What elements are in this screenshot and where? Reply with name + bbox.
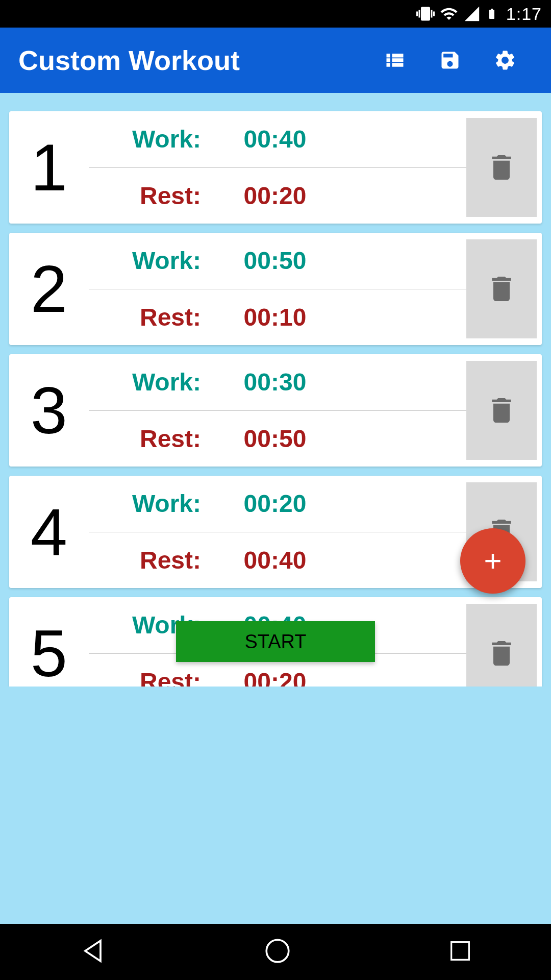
delete-button[interactable] [466,118,537,217]
rest-value[interactable]: 00:50 [216,425,334,453]
interval-number: 2 [9,233,89,345]
interval-number: 5 [9,597,89,687]
add-interval-button[interactable]: + [460,528,525,594]
delete-button[interactable] [466,239,537,338]
start-label: START [244,631,306,653]
recent-button[interactable] [447,938,473,966]
start-button[interactable]: START [176,621,375,662]
recent-icon [447,938,473,964]
status-clock: 1:17 [506,4,542,24]
vibrate-icon [416,5,435,23]
list-icon [384,49,406,71]
filler [0,687,551,924]
battery-icon [486,5,498,23]
interval-times: Work: 00:20 Rest: 00:40 [89,476,466,588]
rest-label: Rest: [89,182,201,210]
interval-times: Work: 00:50 Rest: 00:10 [89,233,466,345]
interval-number: 1 [9,111,89,224]
trash-icon [485,273,518,305]
back-icon [78,936,108,966]
plus-icon: + [484,546,502,576]
home-icon [263,936,292,966]
rest-value[interactable]: 00:20 [216,668,334,687]
rest-label: Rest: [89,668,201,687]
svg-rect-1 [452,942,469,960]
interval-list: 1 Work: 00:40 Rest: 00:20 2 Work: 00:50 [0,93,551,687]
work-value[interactable]: 00:20 [216,489,334,518]
signal-icon [463,5,481,22]
list-button[interactable] [367,33,422,88]
interval-number: 3 [9,354,89,467]
delete-button[interactable] [466,361,537,460]
rest-label: Rest: [89,425,201,453]
wifi-icon [440,5,458,23]
save-icon [439,49,461,71]
trash-icon [485,151,518,184]
rest-label: Rest: [89,546,201,574]
svg-point-0 [266,940,289,962]
page-title: Custom Workout [18,44,367,76]
rest-value[interactable]: 00:10 [216,303,334,331]
interval-number: 4 [9,476,89,588]
trash-icon [485,637,518,670]
home-button[interactable] [263,936,292,968]
save-button[interactable] [422,33,478,88]
settings-button[interactable] [478,33,533,88]
work-value[interactable]: 00:50 [216,247,334,275]
work-label: Work: [89,489,201,518]
rest-value[interactable]: 00:20 [216,182,334,210]
work-label: Work: [89,247,201,275]
rest-value[interactable]: 00:40 [216,546,334,574]
status-bar: 1:17 [0,0,551,28]
interval-times: Work: 00:40 Rest: 00:20 [89,111,466,224]
gear-icon [493,48,517,72]
work-label: Work: [89,125,201,153]
back-button[interactable] [78,936,108,968]
interval-card[interactable]: 3 Work: 00:30 Rest: 00:50 [9,354,542,467]
work-label: Work: [89,368,201,396]
nav-bar [0,924,551,980]
rest-label: Rest: [89,303,201,331]
trash-icon [485,394,518,427]
work-value[interactable]: 00:30 [216,368,334,396]
interval-card[interactable]: 1 Work: 00:40 Rest: 00:20 [9,111,542,224]
app-bar: Custom Workout [0,28,551,93]
delete-button[interactable] [466,604,537,687]
interval-times: Work: 00:30 Rest: 00:50 [89,354,466,467]
interval-card[interactable]: 2 Work: 00:50 Rest: 00:10 [9,233,542,345]
work-value[interactable]: 00:40 [216,125,334,153]
